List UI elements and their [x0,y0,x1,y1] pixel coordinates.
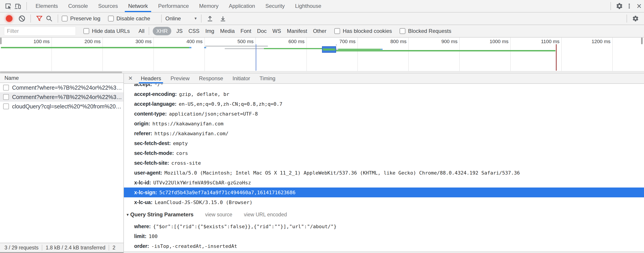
hide-data-urls-label[interactable]: Hide data URLs [92,28,130,34]
filter-type-css[interactable]: CSS [188,28,200,34]
header-row-highlighted[interactable]: x-lc-sign:5c72fd5b43a9ef7a14a9f71c494460… [124,188,644,197]
preserve-log-checkbox[interactable] [62,16,68,21]
horizontal-scrollbar-thumb[interactable] [0,71,122,73]
throttling-select[interactable]: Online [165,15,181,22]
tab-performance[interactable]: Performance [153,0,194,12]
record-button[interactable] [6,15,12,22]
close-devtools-button[interactable]: × [634,1,644,11]
tab-sources[interactable]: Sources [93,0,123,12]
network-settings-button[interactable] [630,14,640,23]
filter-type-all[interactable]: All [138,28,144,34]
tab-memory[interactable]: Memory [194,0,224,12]
tab-elements[interactable]: Elements [30,0,63,12]
has-blocked-cookies-label[interactable]: Has blocked cookies [343,28,392,34]
query-string-section-header[interactable]: ▾ Query String Parameters view source vi… [124,209,644,220]
header-row[interactable]: sec-fetch-mode:cors [124,148,644,158]
filter-input[interactable] [4,26,76,35]
overview-gridline [510,37,511,71]
view-url-encoded-link[interactable]: view URL encoded [244,212,287,218]
filter-type-js[interactable]: JS [176,28,183,34]
waterfall-bar [380,49,382,50]
tab-application[interactable]: Application [224,0,260,12]
filter-type-xhr[interactable]: XHR [153,27,171,35]
more-options-button[interactable] [624,1,634,11]
param-row[interactable]: limit:100 [124,231,644,241]
header-row[interactable]: referer:https://kakawanyifan.com/ [124,129,644,138]
status-bar: 3 / 29 requests 1.8 kB / 2.4 kB transfer… [0,243,124,252]
header-name: sec-fetch-site: [134,160,169,166]
device-toolbar-button[interactable] [13,1,23,11]
filter-type-manifest[interactable]: Manifest [287,28,307,34]
filter-type-ws[interactable]: WS [272,28,281,34]
overview-tick-label: 700 ms [322,39,356,44]
close-details-button[interactable]: × [128,74,132,82]
hide-data-urls-checkbox[interactable] [84,28,89,34]
header-row[interactable]: x-lc-id:UTVv22UlkYWrifmVA99sCbAR-gzGzoHs… [124,178,644,188]
tab-network[interactable]: Network [123,0,153,12]
filter-toggle-button[interactable] [34,14,44,23]
chevron-down-icon[interactable]: ▼ [194,16,198,20]
divider [30,14,31,22]
tab-lighthouse[interactable]: Lighthouse [290,0,326,12]
header-row[interactable]: sec-fetch-site:cross-site [124,158,644,168]
disable-cache-label[interactable]: Disable cache [116,15,150,22]
view-source-link[interactable]: view source [205,212,232,218]
header-row[interactable]: accept:*/* [124,84,644,89]
preserve-log-label[interactable]: Preserve log [70,15,100,22]
filter-type-media[interactable]: Media [220,28,234,34]
search-button[interactable] [44,14,54,23]
blocked-requests-checkbox[interactable] [400,28,406,34]
request-details-panel: × Headers Preview Response Initiator Tim… [124,73,644,253]
detail-tab-preview[interactable]: Preview [166,73,194,83]
request-checkbox[interactable] [3,94,9,100]
disable-cache-checkbox[interactable] [108,16,114,21]
overview-left-scrollbar-thumb[interactable] [0,37,2,44]
header-value: application/json;charset=UTF-8 [169,111,258,117]
param-row[interactable]: order:-isTop,-createdAt,-insertedAt [124,241,644,251]
filter-type-font[interactable]: Font [240,28,251,34]
request-checkbox[interactable] [3,103,9,109]
request-row[interactable]: cloudQuery?cql=select%20*%20from%20… [0,102,124,111]
import-har-button[interactable] [205,14,215,23]
overview-pane[interactable]: 100 ms200 ms300 ms400 ms500 ms600 ms700 … [0,37,644,71]
clear-button[interactable] [17,14,27,23]
request-row[interactable]: Comment?where=%7B%22%24or%22%3… [0,83,124,92]
has-blocked-cookies-checkbox[interactable] [334,28,340,34]
overview-right-scrollbar-thumb[interactable] [641,37,643,44]
header-row[interactable]: x-lc-ua:LeanCloud-JS-SDK/3.15.0 (Browser… [124,197,644,207]
tab-console[interactable]: Console [63,0,93,12]
request-row[interactable]: Comment?where=%7B%22%24or%22%3… [0,92,124,102]
detail-tab-initiator[interactable]: Initiator [228,73,255,83]
header-row[interactable]: content-type:application/json;charset=UT… [124,109,644,119]
header-row[interactable]: sec-fetch-dest:empty [124,138,644,148]
overview-tick-label: 900 ms [424,39,458,44]
filter-type-other[interactable]: Other [313,28,326,34]
detail-tab-timing[interactable]: Timing [255,73,280,83]
header-name: x-lc-ua: [134,199,152,205]
detail-tab-headers[interactable]: Headers [136,73,166,83]
settings-button[interactable] [614,1,624,11]
header-row[interactable]: origin:https://kakawanyifan.com [124,119,644,129]
waterfall-bar [225,48,264,49]
divider [610,2,611,10]
header-row[interactable]: accept-encoding:gzip, deflate, br [124,89,644,99]
header-row[interactable]: user-agent:Mozilla/5.0 (Macintosh; Intel… [124,168,644,178]
filter-type-doc[interactable]: Doc [257,28,267,34]
export-har-button[interactable] [218,14,228,23]
headers-content: accept:*/* accept-encoding:gzip, deflate… [124,84,644,253]
filter-type-img[interactable]: Img [205,28,214,34]
network-toolbar: Preserve log Disable cache Online ▼ [0,12,644,25]
upload-icon [206,15,214,22]
name-column-header[interactable]: Name [0,73,124,83]
overview-horizontal-scrollbar[interactable] [0,71,644,73]
tab-security[interactable]: Security [260,0,290,12]
waterfall-bar [264,48,322,49]
detail-tab-response[interactable]: Response [194,73,228,83]
header-row[interactable]: accept-language:en-US,en;q=0.9,zh-CN;q=0… [124,99,644,109]
inspect-element-button[interactable] [3,1,13,11]
overview-selection-box[interactable] [322,46,336,53]
request-checkbox[interactable] [3,85,9,90]
overview-gridline [408,37,409,71]
param-row[interactable]: where:{"$or":[{"rid":{"$exists":false}},… [124,222,644,231]
blocked-requests-label[interactable]: Blocked Requests [408,28,451,34]
